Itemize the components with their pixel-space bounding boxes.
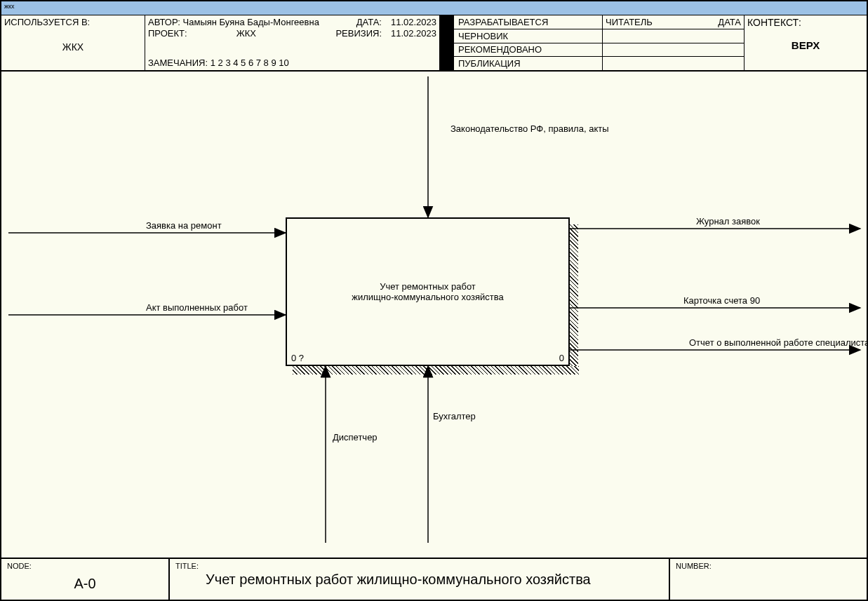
- notes-label: ЗАМЕЧАНИЯ:: [148, 58, 208, 68]
- usedat-value: ЖКХ: [4, 41, 142, 53]
- output-label: Карточка счета 90: [683, 295, 760, 306]
- frame: жкх ИСПОЛЬЗУЕТСЯ В: ЖКХ АВТОР: Чамыян Бу…: [0, 0, 868, 601]
- input-label: Акт выполненных работ: [146, 302, 248, 313]
- header-reader: ЧИТАТЕЛЬ ДАТА: [603, 15, 745, 70]
- project-value: ЖКХ: [236, 28, 256, 39]
- footer-node-label: NODE:: [7, 562, 163, 570]
- author-label: АВТОР:: [148, 17, 180, 27]
- reader-label: ЧИТАТЕЛЬ: [606, 17, 653, 27]
- project-label: ПРОЕКТ:: [148, 28, 187, 39]
- footer: NODE: A-0 TITLE: Учет ремонтных работ жи…: [1, 558, 867, 600]
- footer-title-label: TITLE:: [175, 562, 199, 570]
- footer-node-value: A-0: [7, 576, 163, 592]
- revision-value: 11.02.2023: [382, 28, 436, 39]
- usedat-label: ИСПОЛЬЗУЕТСЯ В:: [4, 17, 142, 27]
- footer-title-value: Учет ремонтных работ жилищно-коммунально…: [206, 572, 591, 588]
- diagram-arrows: [1, 73, 867, 556]
- context-label: КОНТЕКСТ:: [747, 17, 864, 28]
- date-value: 11.02.2023: [382, 17, 436, 27]
- header-blackbox: [440, 15, 454, 70]
- reader-date-label: ДАТА: [718, 17, 741, 27]
- revision-label: РЕВИЗИЯ:: [335, 28, 382, 39]
- window-titlebar: жкх: [1, 1, 867, 15]
- status-row: ПУБЛИКАЦИЯ: [454, 57, 602, 70]
- footer-node: NODE: A-0: [1, 559, 170, 600]
- reader-row: [603, 29, 744, 43]
- header-status: РАЗРАБАТЫВАЕТСЯ ЧЕРНОВИК РЕКОМЕНДОВАНО П…: [454, 15, 603, 70]
- footer-number: NUMBER:: [670, 559, 867, 600]
- mechanism-label: Бухгалтер: [433, 411, 476, 421]
- reader-row: [603, 57, 744, 70]
- output-label: Журнал заявок: [696, 216, 760, 227]
- author-value: Чамыян Буяна Бады-Монгеевна: [183, 17, 319, 27]
- reader-row: [603, 43, 744, 58]
- header-meta: АВТОР: Чамыян Буяна Бады-Монгеевна ДАТА:…: [145, 15, 440, 70]
- status-row: РАЗРАБАТЫВАЕТСЯ: [454, 15, 602, 29]
- date-label: ДАТА:: [356, 17, 382, 27]
- footer-number-label: NUMBER:: [676, 562, 861, 570]
- header-usedat: ИСПОЛЬЗУЕТСЯ В: ЖКХ: [1, 15, 145, 70]
- footer-title: TITLE: Учет ремонтных работ жилищно-комм…: [170, 559, 670, 600]
- control-label: Законодательство РФ, правила, акты: [450, 123, 609, 134]
- input-label: Заявка на ремонт: [146, 220, 222, 231]
- context-value: ВЕРХ: [747, 39, 864, 51]
- diagram-canvas: Учет ремонтных работ жилищно-коммунально…: [1, 73, 867, 556]
- output-label: Отчет о выполненной работе специалиста: [689, 337, 867, 348]
- header-context: КОНТЕКСТ: ВЕРХ: [745, 15, 867, 70]
- header: ИСПОЛЬЗУЕТСЯ В: ЖКХ АВТОР: Чамыян Буяна …: [1, 15, 867, 72]
- mechanism-label: Диспетчер: [333, 432, 378, 443]
- status-row: ЧЕРНОВИК: [454, 29, 602, 43]
- window-title-text: жкх: [4, 3, 14, 10]
- notes-value: 1 2 3 4 5 6 7 8 9 10: [211, 58, 289, 68]
- status-row: РЕКОМЕНДОВАНО: [454, 43, 602, 58]
